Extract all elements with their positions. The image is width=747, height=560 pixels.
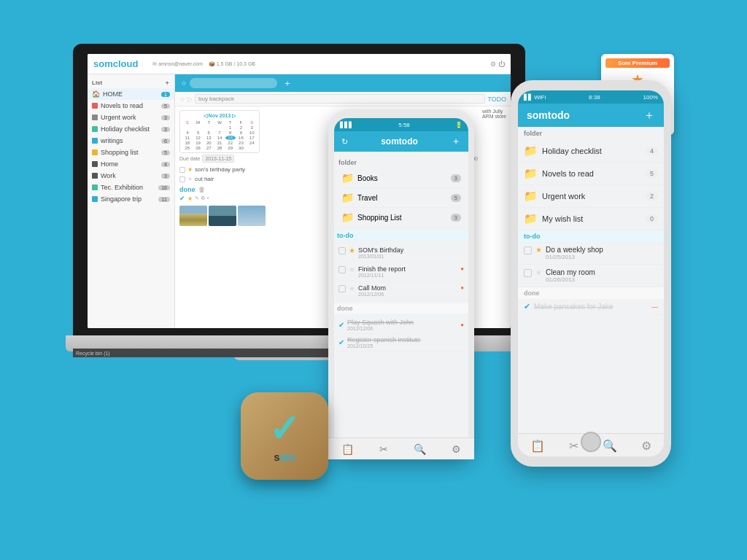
phone2-shop-col: Do a weekly shop 01/25/2013	[546, 246, 658, 260]
settings-icon[interactable]: ⚙ ⏻	[490, 61, 505, 68]
sidebar-item-novels[interactable]: Novels to read 5	[88, 100, 174, 112]
phone1-report-check[interactable]	[338, 266, 346, 273]
phone1-books-name: Books	[357, 174, 378, 182]
birthday-checkbox[interactable]	[179, 167, 185, 173]
sidebar-item-work[interactable]: Work 3	[88, 170, 174, 182]
birthday-star[interactable]: ★	[187, 166, 193, 173]
phone1-battery: 🔋	[455, 122, 462, 128]
star-input-icon[interactable]: ☆	[179, 96, 185, 103]
phone2-wishlist-name: My wish list	[542, 214, 583, 223]
phone1-books-badge: 3	[451, 174, 461, 182]
done-icons: ✎ ♻ ×	[195, 195, 209, 201]
phone2-urgent-icon: 📁	[524, 190, 538, 203]
sidebar-item-urgent[interactable]: Urgent work 3	[88, 112, 174, 123]
phone1-travel-badge: 5	[451, 194, 461, 202]
phone1-done-squash: ✔ Play Squash with John 2012/12/06 ●	[338, 316, 464, 334]
phone2-bottom-scissors-icon[interactable]: ✂	[569, 439, 578, 453]
urgent-badge: 3	[161, 115, 170, 120]
phone2-folder-wishlist[interactable]: 📁 My wish list 0	[518, 208, 664, 230]
phone1-folder-shopping[interactable]: 📁 Shopping List 3	[338, 208, 464, 228]
hair-star[interactable]: ★	[187, 176, 193, 182]
phone2-novels-name: Novels to read	[542, 169, 594, 178]
phone1-report-star[interactable]: ★	[349, 265, 355, 273]
cal-day: 25	[182, 146, 193, 150]
logo-cloud: cloud	[113, 58, 139, 69]
phone1-folder-travel[interactable]: 📁 Travel 5	[338, 188, 464, 208]
phone2-shop-star[interactable]: ★	[535, 246, 542, 254]
add-task-icon[interactable]: ＋	[283, 77, 292, 90]
singapore-badge: 11	[158, 197, 170, 202]
cal-day: 21	[214, 141, 225, 145]
phone2-folder-holiday[interactable]: 📁 Holiday checklist 4	[518, 140, 664, 163]
sidebar-item-tec[interactable]: Tec. Exhibition 18	[88, 182, 174, 193]
sidebar-item-home[interactable]: 🏠 HOME 1	[88, 88, 174, 100]
phone2-bottom-settings-icon[interactable]: ⚙	[641, 439, 651, 453]
phone1-orange-dot: ●	[460, 265, 464, 272]
cal-day	[204, 125, 214, 130]
phone2-bottom-folder-icon[interactable]: 📋	[530, 439, 545, 453]
cal-day: 6	[204, 131, 214, 135]
phone2-room-star[interactable]: ★	[535, 268, 542, 276]
phone1-bottom-scissors-icon[interactable]: ✂	[379, 443, 388, 451]
search-bar[interactable]	[190, 78, 277, 88]
logo-som: som	[93, 58, 113, 69]
phone1-time: 5:58	[398, 122, 410, 128]
phone1-birthday-text: SOM's Birthday	[358, 246, 464, 254]
phone1-bottom-search-icon[interactable]: 🔍	[414, 443, 426, 451]
phone1-folder-books[interactable]: 📁 Books 3	[338, 168, 464, 188]
app-icon-checkmark: ✓	[268, 410, 301, 448]
app-icon-s: s	[274, 451, 279, 463]
cal-day: 19	[193, 141, 204, 145]
done-star[interactable]: ★	[187, 195, 193, 202]
cal-dow: F	[236, 120, 247, 125]
phone1-bottom-settings-icon[interactable]: ⚙	[452, 443, 461, 451]
phone2-bottom-search-icon[interactable]: 🔍	[603, 439, 617, 453]
sidebar-item-holiday[interactable]: Holiday checklist 3	[88, 123, 174, 135]
phone1-birthday-star[interactable]: ★	[349, 246, 355, 254]
phone1-travel-left: 📁 Travel	[341, 192, 377, 203]
task-input-field[interactable]: buy backpack	[195, 94, 485, 104]
phone1-content: folder 📁 Books 3 📁 Travel 5 📁 Shopping L…	[334, 152, 468, 429]
phone1-callmom-check[interactable]	[338, 285, 346, 292]
sidebar-item-writings[interactable]: writings 6	[88, 135, 174, 147]
home2-left: Home	[92, 160, 118, 168]
phone1-callmom-col: Call Mom 2012/12/06	[358, 284, 457, 297]
phone2-header: somtodo ＋	[518, 104, 664, 127]
sidebar-item-singapore[interactable]: Singapore trip 11	[88, 193, 174, 205]
phone2-wishlist-icon: 📁	[524, 212, 538, 225]
phone1-add-icon[interactable]: ＋	[451, 135, 461, 148]
todo-toggle[interactable]: TODO	[487, 96, 506, 103]
done-checkmark: ✔	[179, 195, 185, 202]
phone2-add-icon[interactable]: ＋	[643, 108, 655, 123]
phone2-folder-urgent[interactable]: 📁 Urgent work 2	[518, 185, 664, 208]
sidebar-item-home2[interactable]: Home 4	[88, 158, 174, 170]
sidebar-item-shopping[interactable]: Shopping list 5	[88, 147, 174, 158]
phone2-folder-novels[interactable]: 📁 Novels to read 5	[518, 163, 664, 185]
phone1-refresh-icon[interactable]: ↻	[341, 137, 348, 147]
phone2-room-check[interactable]	[524, 269, 532, 277]
flag-icon: ▷	[187, 96, 193, 103]
todo-input-bar: ☆ ▷ buy backpack TODO	[175, 92, 511, 106]
phone2-home-button[interactable]	[581, 432, 601, 452]
hair-checkbox[interactable]	[179, 176, 185, 182]
phone1-callmom-star[interactable]: ★	[349, 284, 355, 292]
photo-sky	[238, 206, 266, 226]
phone1-bottom-folder-icon[interactable]: 📋	[341, 443, 354, 451]
phone1-books-icon: 📁	[341, 172, 354, 184]
due-date-value[interactable]: 2013-11-15	[202, 155, 234, 163]
phone2-time: 8:38	[589, 94, 600, 101]
work-badge: 3	[161, 174, 170, 179]
singapore-label: Singapore trip	[101, 195, 142, 203]
shopping-icon	[92, 149, 98, 155]
done-trash-icon[interactable]: 🗑	[198, 186, 205, 193]
phone2-pancakes-text: Make pancakes for Jake	[534, 303, 648, 311]
cal-day-today[interactable]: 15	[225, 136, 236, 140]
phone2-pancakes-checkmark: ✔	[524, 302, 530, 311]
phone1-birthday-check[interactable]	[338, 247, 346, 254]
phone2-shop-check[interactable]	[524, 246, 532, 254]
singapore-icon	[92, 196, 98, 202]
phone1-todo-report: ★ Finish the report 2012/11/11 ●	[338, 262, 464, 281]
add-list-icon[interactable]: ＋	[164, 79, 170, 87]
cal-day: 22	[225, 141, 236, 145]
novels-icon	[92, 103, 98, 109]
